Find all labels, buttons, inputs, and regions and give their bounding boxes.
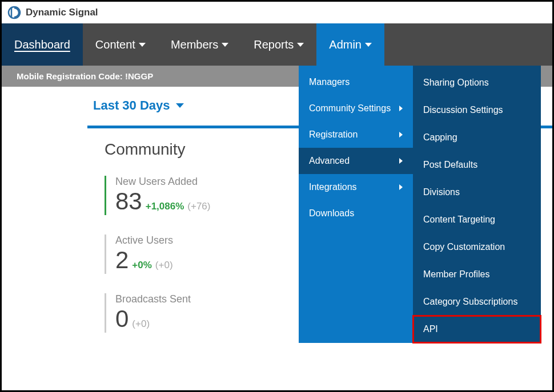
nav-reports-label: Reports	[254, 38, 294, 51]
menu-capping[interactable]: Capping	[413, 124, 541, 151]
menu-community-settings[interactable]: Community Settings	[299, 95, 413, 122]
metric-delta-abs: (+0)	[155, 260, 173, 271]
menu-item-label: Registration	[309, 130, 358, 140]
chevron-down-icon	[139, 43, 146, 47]
nav-admin-label: Admin	[329, 38, 362, 51]
nav-reports[interactable]: Reports	[241, 23, 316, 66]
community-panel: Community New Users Added 83 +1,086% (+7…	[87, 123, 299, 333]
divider-segment	[87, 126, 299, 128]
menu-item-label: Sharing Options	[423, 78, 489, 88]
metric-delta-pct: +0%	[132, 260, 152, 271]
chevron-right-icon	[399, 158, 403, 164]
notice-text: Mobile Registration Code: !NGGP	[17, 71, 153, 81]
menu-integrations[interactable]: Integrations	[299, 174, 413, 200]
menu-divisions[interactable]: Divisions	[413, 179, 541, 206]
menu-sharing-options[interactable]: Sharing Options	[413, 69, 541, 96]
menu-item-label: Content Targeting	[423, 215, 495, 225]
menu-item-label: Downloads	[309, 208, 354, 219]
nav-content[interactable]: Content	[83, 23, 158, 66]
menu-api[interactable]: API	[413, 316, 541, 343]
menu-item-label: Community Settings	[309, 103, 391, 114]
menu-category-subscriptions[interactable]: Category Subscriptions	[413, 288, 541, 316]
metric-broadcasts: Broadcasts Sent 0 (+0)	[105, 293, 287, 333]
brand-bar: Dynamic Signal	[2, 2, 552, 23]
brand-logo-icon	[7, 6, 21, 19]
nav-members-label: Members	[171, 38, 218, 51]
menu-item-label: Post Defaults	[423, 160, 477, 170]
menu-post-defaults[interactable]: Post Defaults	[413, 151, 541, 179]
admin-menu-col2: Sharing Options Discussion Settings Capp…	[413, 66, 541, 343]
nav-members[interactable]: Members	[158, 23, 241, 66]
menu-item-label: Managers	[309, 77, 350, 87]
chevron-down-icon	[176, 103, 184, 108]
menu-managers[interactable]: Managers	[299, 69, 413, 95]
brand-name: Dynamic Signal	[26, 7, 98, 18]
main-nav: Dashboard Content Members Reports Admin	[2, 23, 552, 66]
metric-value: 2	[115, 246, 129, 274]
admin-menu-col1: Managers Community Settings Registration…	[299, 66, 413, 343]
menu-item-label: API	[423, 324, 438, 334]
menu-discussion-settings[interactable]: Discussion Settings	[413, 96, 541, 124]
metric-label: New Users Added	[115, 176, 287, 188]
chevron-down-icon	[365, 43, 372, 47]
menu-item-label: Divisions	[423, 187, 460, 197]
chevron-down-icon	[297, 43, 304, 47]
metric-new-users: New Users Added 83 +1,086% (+76)	[105, 176, 287, 215]
nav-dashboard-label: Dashboard	[14, 38, 70, 51]
menu-advanced[interactable]: Advanced	[299, 148, 413, 174]
menu-registration[interactable]: Registration	[299, 122, 413, 148]
menu-item-label: Category Subscriptions	[423, 297, 517, 307]
admin-dropdown: Managers Community Settings Registration…	[299, 66, 541, 343]
metric-value: 83	[115, 188, 142, 215]
menu-item-label: Advanced	[309, 156, 350, 166]
menu-item-label: Discussion Settings	[423, 105, 503, 115]
nav-content-label: Content	[95, 38, 135, 51]
menu-copy-customization[interactable]: Copy Customization	[413, 233, 541, 261]
chevron-right-icon	[399, 132, 403, 138]
menu-item-label: Copy Customization	[423, 242, 505, 252]
metric-label: Broadcasts Sent	[115, 293, 287, 305]
chevron-right-icon	[399, 106, 403, 111]
metric-active-users: Active Users 2 +0% (+0)	[105, 235, 287, 274]
chevron-right-icon	[399, 184, 403, 190]
menu-content-targeting[interactable]: Content Targeting	[413, 206, 541, 233]
time-range-label: Last 30 Days	[93, 98, 170, 113]
panel-title: Community	[105, 140, 287, 159]
metric-delta-abs: (+76)	[187, 201, 210, 212]
time-range-selector[interactable]: Last 30 Days	[93, 98, 184, 113]
menu-item-label: Member Profiles	[423, 269, 489, 280]
nav-admin[interactable]: Admin	[316, 23, 384, 66]
menu-item-label: Capping	[423, 132, 457, 143]
menu-member-profiles[interactable]: Member Profiles	[413, 261, 541, 288]
metric-value: 0	[115, 305, 129, 333]
metric-delta-pct: +1,086%	[146, 201, 184, 212]
metric-delta-abs: (+0)	[132, 318, 150, 330]
menu-downloads[interactable]: Downloads	[299, 200, 413, 227]
metric-label: Active Users	[115, 235, 287, 246]
nav-dashboard[interactable]: Dashboard	[2, 23, 83, 66]
chevron-down-icon	[222, 43, 228, 47]
menu-item-label: Integrations	[309, 182, 357, 192]
